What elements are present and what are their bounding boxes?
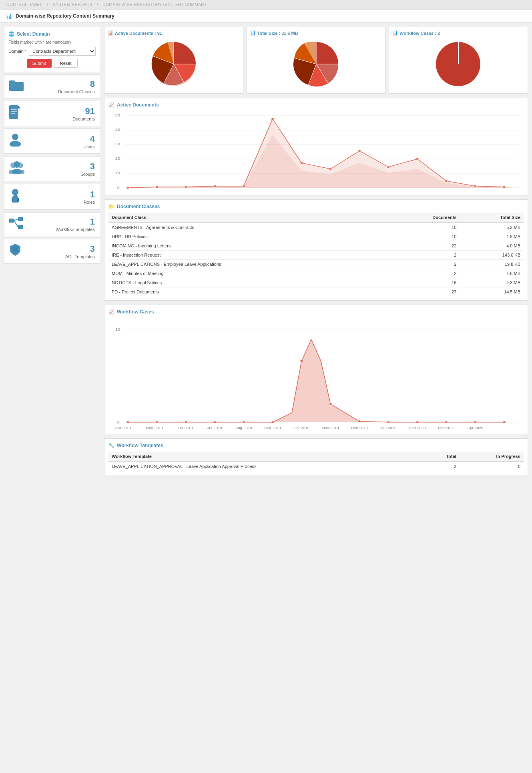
svg-point-55 bbox=[242, 185, 245, 187]
table-row: PD - Project Documents2714.5 MB bbox=[108, 287, 524, 297]
groups-icon bbox=[9, 161, 24, 177]
table-cell: 10 bbox=[387, 232, 460, 241]
table-cell: 10 bbox=[387, 223, 460, 232]
col-total-size: Total Size bbox=[460, 213, 524, 223]
svg-text:Nov-2019: Nov-2019 bbox=[322, 426, 339, 430]
acl-templates-label: ACL Templates bbox=[65, 254, 95, 259]
col-doc-class: Document Class bbox=[108, 213, 387, 223]
roles-icon bbox=[9, 188, 21, 205]
svg-point-61 bbox=[416, 158, 419, 160]
svg-rect-19 bbox=[17, 198, 19, 202]
table-cell: LEAVE_APPLICATIONS - Employee Leave Appl… bbox=[108, 260, 387, 269]
groups-count: 3 bbox=[80, 161, 95, 172]
stat-workflow-templates: 1 Workflow Templates bbox=[4, 212, 100, 236]
stat-document-classes: 8 Document Classes bbox=[4, 74, 100, 98]
workflow-templates-title: 🔧 Workflow Templates bbox=[108, 443, 524, 448]
svg-text:Apr-2019: Apr-2019 bbox=[115, 426, 131, 430]
table-cell: 22 bbox=[387, 241, 460, 251]
table-row: MOM - Minutes of Meeting21.6 MB bbox=[108, 269, 524, 278]
workflow-icon bbox=[9, 217, 23, 232]
stat-groups: 3 Groups bbox=[4, 156, 100, 181]
workflow-cases-chart: 0 10 bbox=[108, 318, 524, 430]
svg-text:10: 10 bbox=[115, 327, 120, 331]
stat-roles: 1 Roles bbox=[4, 184, 100, 210]
documents-label: Documents bbox=[72, 116, 95, 121]
svg-rect-1 bbox=[9, 80, 15, 83]
svg-point-15 bbox=[12, 189, 18, 195]
pie-charts-row: 📊 Active Documents : 91 bbox=[104, 27, 528, 94]
active-documents-chart: 0 10 20 30 40 50 bbox=[108, 111, 524, 191]
svg-point-53 bbox=[184, 186, 187, 188]
table-cell: IRE - Inspection Request bbox=[108, 251, 387, 260]
table-cell: PD - Project Documents bbox=[108, 287, 387, 297]
table-cell: 2 bbox=[425, 462, 460, 471]
documents-count: 91 bbox=[72, 106, 95, 116]
table-cell: HRP - HR Policies bbox=[108, 232, 387, 241]
svg-point-63 bbox=[474, 185, 477, 187]
svg-text:0: 0 bbox=[117, 186, 120, 190]
document-classes-card: 📁 Document Classes Document Class Docume… bbox=[104, 199, 528, 301]
table-row: IRE - Inspection Request2143.0 KB bbox=[108, 251, 524, 260]
workflow-cases-chart-card: 📈 Workflow Cases 0 10 bbox=[104, 305, 528, 434]
table-cell: INCOMING - Incoming Letters bbox=[108, 241, 387, 251]
right-panel: 📊 Active Documents : 91 bbox=[104, 27, 528, 475]
workflow-templates-card: 🔧 Workflow Templates Workflow Template T… bbox=[104, 438, 528, 475]
col-documents: Documents bbox=[387, 213, 460, 223]
svg-rect-16 bbox=[12, 196, 18, 203]
table-cell: 1.6 MB bbox=[460, 269, 524, 278]
table-cell: 14.5 MB bbox=[460, 287, 524, 297]
roles-label: Roles bbox=[84, 200, 95, 205]
svg-point-89 bbox=[329, 403, 332, 405]
chart-icon: 📊 bbox=[6, 13, 12, 19]
svg-text:30: 30 bbox=[115, 142, 120, 146]
domain-field-row: Domain * Contracts Department bbox=[8, 47, 96, 56]
domain-select[interactable]: Contracts Department bbox=[29, 47, 96, 56]
table-cell: 2 bbox=[387, 269, 460, 278]
table-cell: MOM - Minutes of Meeting bbox=[108, 269, 387, 278]
workflow-templates-table: Workflow Template Total In Progress LEAV… bbox=[108, 452, 524, 471]
table-row: LEAVE_APPLICATION_APPROVAL - Leave Appli… bbox=[108, 462, 524, 471]
svg-text:May-2019: May-2019 bbox=[146, 426, 163, 430]
document-classes-table: Document Class Documents Total Size AGRE… bbox=[108, 213, 524, 296]
svg-rect-4 bbox=[11, 109, 17, 110]
table-cell: 2 bbox=[387, 251, 460, 260]
table-cell: AGREEMENTS - Agreements & Contracts bbox=[108, 223, 387, 232]
stat-documents: 91 Documents bbox=[4, 101, 100, 126]
svg-text:Mar-2020: Mar-2020 bbox=[438, 426, 454, 430]
field-note: Fields marked with * are mandatory bbox=[8, 40, 96, 44]
svg-point-11 bbox=[14, 161, 20, 168]
col-wf-template: Workflow Template bbox=[108, 452, 425, 462]
roles-count: 1 bbox=[84, 189, 95, 200]
svg-point-92 bbox=[416, 421, 419, 423]
submit-button[interactable]: Submit bbox=[27, 59, 52, 68]
active-documents-chart-card: 📈 Active Documents 0 10 20 30 40 50 bbox=[104, 98, 528, 195]
table-cell: 2 bbox=[387, 260, 460, 269]
groups-label: Groups bbox=[80, 172, 95, 177]
globe-icon: 🌐 bbox=[8, 31, 14, 37]
table-cell: 5.2 MB bbox=[460, 223, 524, 232]
svg-point-58 bbox=[329, 168, 332, 170]
svg-rect-0 bbox=[9, 82, 24, 91]
stat-document-classes-values: 8 Document Classes bbox=[58, 79, 95, 94]
document-classes-title: 📁 Document Classes bbox=[108, 204, 524, 209]
table-cell: 143.0 KB bbox=[460, 251, 524, 260]
svg-point-94 bbox=[474, 421, 477, 423]
acl-templates-count: 3 bbox=[65, 244, 95, 254]
chart-line-icon: 📈 bbox=[108, 102, 114, 108]
svg-text:Oct-2019: Oct-2019 bbox=[294, 426, 310, 430]
svg-rect-18 bbox=[12, 198, 13, 202]
form-buttons: Submit Reset bbox=[8, 59, 96, 68]
document-classes-count: 8 bbox=[58, 79, 95, 89]
breadcrumb: CONTROL PANEL / SYSTEM REPORTS / DOMAIN-… bbox=[0, 0, 532, 10]
svg-point-51 bbox=[126, 187, 129, 189]
stat-documents-values: 91 Documents bbox=[72, 106, 95, 121]
active-documents-pie: 📊 Active Documents : 91 bbox=[104, 27, 243, 94]
svg-point-56 bbox=[271, 118, 274, 120]
svg-text:0: 0 bbox=[117, 420, 120, 424]
table-row: INCOMING - Incoming Letters224.0 MB bbox=[108, 241, 524, 251]
svg-line-23 bbox=[14, 219, 18, 221]
reset-button[interactable]: Reset bbox=[54, 59, 78, 68]
stat-workflow-templates-values: 1 Workflow Templates bbox=[56, 217, 95, 232]
pie1-icon: 📊 bbox=[108, 30, 113, 36]
file-icon bbox=[9, 105, 20, 122]
